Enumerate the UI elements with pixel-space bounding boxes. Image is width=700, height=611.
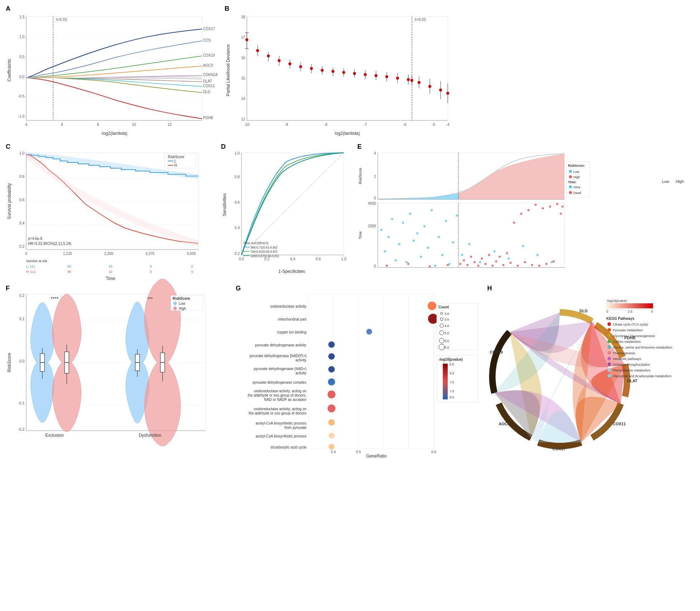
svg-text:RiskScore: RiskScore — [173, 297, 190, 300]
svg-point-220 — [492, 265, 494, 267]
svg-point-76 — [342, 71, 345, 74]
svg-text:-9: -9 — [285, 123, 288, 127]
svg-text:0: 0 — [25, 252, 27, 256]
svg-text:pyruvate dehydrogenase complex: pyruvate dehydrogenase complex — [253, 380, 306, 384]
svg-point-74 — [332, 70, 334, 73]
svg-point-218 — [484, 263, 487, 265]
svg-point-248 — [569, 185, 572, 188]
svg-point-180 — [391, 218, 393, 220]
svg-point-188 — [420, 256, 422, 258]
panel-b-label: B — [225, 5, 229, 13]
svg-text:CDKN2A: CDKN2A — [203, 73, 218, 77]
svg-text:0.2: 0.2 — [235, 252, 240, 256]
svg-text:35: 35 — [67, 270, 71, 274]
svg-text:log2(lambda): log2(lambda) — [335, 131, 360, 136]
svg-text:0: 0 — [606, 310, 608, 313]
bottom-row: F 0.2 0.1 0.0 -0.1 -0.2 — [4, 283, 696, 463]
svg-text:pyruvate dehydrogenase activit: pyruvate dehydrogenase activity — [255, 343, 306, 347]
svg-text:-log10(pvalue): -log10(pvalue) — [606, 299, 627, 303]
svg-point-240 — [562, 205, 564, 208]
svg-point-58 — [245, 38, 248, 41]
high-label: High — [676, 179, 684, 184]
svg-point-98 — [446, 92, 449, 95]
svg-text:0.6: 0.6 — [431, 450, 436, 454]
svg-point-192 — [434, 265, 436, 267]
svg-text:λ=0.03: λ=0.03 — [56, 18, 67, 22]
main-container: A 1.5 1.0 0.5 0.0 -0.5 -1.0 — [0, 0, 700, 611]
svg-text:Survival probability: Survival probability — [7, 183, 12, 219]
svg-point-231 — [531, 264, 533, 266]
middle-row: C 1.0 0.8 0.6 0.4 0.2 0 1,125 2,250 3 — [4, 142, 696, 281]
svg-text:tricarboxylic acid cycle: tricarboxylic acid cycle — [271, 445, 307, 449]
svg-text:DLAT: DLAT — [203, 79, 212, 83]
svg-text:0: 0 — [191, 270, 193, 274]
panel-b: B 18 17 16 15 14 12 -10 -9 -8 -7 -6 -5 -… — [222, 4, 466, 140]
svg-point-84 — [385, 75, 388, 78]
svg-text:λ=0.03: λ=0.03 — [415, 18, 426, 22]
svg-text:RiskScore: RiskScore — [7, 352, 12, 372]
svg-text:-0.1: -0.1 — [18, 401, 25, 405]
svg-point-209 — [536, 254, 539, 256]
panel-c: C 1.0 0.8 0.6 0.4 0.2 0 1,125 2,250 3 — [4, 142, 219, 281]
svg-text:H: 111: H: 111 — [26, 270, 36, 274]
svg-text:0.5: 0.5 — [356, 450, 361, 454]
svg-text:12: 12 — [168, 123, 172, 127]
svg-text:-4: -4 — [446, 123, 450, 127]
svg-point-235 — [545, 263, 548, 265]
svg-text:oxidoreductase activity: oxidoreductase activity — [270, 304, 306, 308]
svg-point-225 — [509, 262, 512, 264]
svg-text:AOC3: AOC3 — [499, 422, 510, 426]
svg-text:Dysfunction: Dysfunction — [139, 433, 161, 438]
svg-point-196 — [448, 263, 451, 265]
svg-text:5.5: 5.5 — [445, 339, 449, 343]
svg-text:L: L — [174, 159, 177, 163]
svg-text:0.4: 0.4 — [235, 226, 240, 230]
svg-point-178 — [384, 250, 386, 252]
svg-point-236 — [549, 205, 551, 208]
svg-point-212 — [463, 259, 465, 261]
svg-text:4: 4 — [374, 151, 376, 155]
svg-text:activity: activity — [295, 371, 306, 375]
svg-point-224 — [506, 252, 508, 254]
svg-text:0.1: 0.1 — [19, 317, 24, 321]
svg-point-82 — [375, 74, 377, 77]
svg-point-189 — [423, 225, 426, 227]
svg-point-374 — [607, 345, 611, 349]
svg-text:Glycolysis / Gluconeogenesis: Glycolysis / Gluconeogenesis — [613, 334, 655, 338]
svg-text:mitochondrial part: mitochondrial part — [278, 317, 307, 321]
svg-text:0: 0 — [374, 264, 376, 268]
svg-text:Low: Low — [573, 170, 579, 174]
svg-text:Number at risk: Number at risk — [26, 259, 47, 263]
svg-text:-0.2: -0.2 — [18, 427, 25, 431]
svg-text:1.0: 1.0 — [19, 151, 24, 155]
svg-point-301 — [428, 302, 436, 310]
svg-point-307 — [328, 341, 335, 348]
panel-e: E 4 2 0 RiskScore — [355, 142, 599, 281]
svg-text:0.6: 0.6 — [316, 257, 321, 261]
svg-text:1.0: 1.0 — [19, 35, 24, 39]
svg-point-368 — [607, 328, 611, 332]
svg-point-86 — [396, 77, 399, 80]
low-high-label: Low High — [662, 179, 684, 184]
svg-text:-1.0: -1.0 — [18, 114, 25, 118]
svg-text:8.5: 8.5 — [450, 396, 454, 399]
svg-point-202 — [447, 264, 449, 266]
svg-text:HR=3.32,95CI%(2.11,5.24): HR=3.32,95CI%(2.11,5.24) — [28, 242, 71, 246]
svg-point-96 — [439, 89, 442, 91]
svg-point-206 — [493, 250, 495, 252]
svg-text:-log2(lambda): -log2(lambda) — [101, 131, 127, 136]
svg-text:-0.5: -0.5 — [18, 94, 25, 98]
svg-point-222 — [499, 256, 501, 258]
svg-text:0.2: 0.2 — [19, 294, 24, 298]
svg-text:0.0: 0.0 — [19, 75, 24, 79]
panel-e-label: E — [357, 143, 362, 151]
svg-text:0.6: 0.6 — [19, 198, 24, 202]
svg-text:7.5: 7.5 — [450, 389, 454, 393]
svg-text:12: 12 — [109, 270, 112, 274]
svg-point-88 — [407, 78, 410, 81]
svg-text:oxidoreductase activity, actin: oxidoreductase activity, acting on — [254, 407, 306, 411]
svg-text:4,500: 4,500 — [187, 252, 196, 256]
svg-point-80 — [364, 73, 367, 76]
svg-point-92 — [418, 81, 421, 84]
svg-point-195 — [445, 220, 447, 222]
